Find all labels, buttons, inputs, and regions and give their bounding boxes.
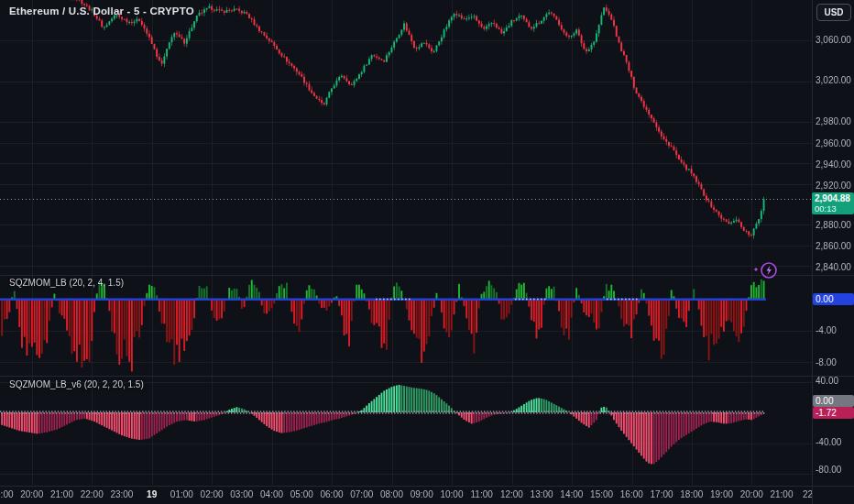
price-axis-label: 2,980.00 [816, 116, 851, 126]
time-axis[interactable]: 19:0020:0021:0022:0023:001901:0002:0003:… [0, 487, 812, 504]
time-axis-label: 21:00 [50, 489, 73, 499]
time-axis-label: 12:00 [500, 489, 523, 499]
price-axis-label: 2,940.00 [816, 159, 851, 170]
time-axis-label: 22:00 [81, 489, 104, 499]
time-axis-label: 05:00 [290, 489, 313, 499]
time-axis-label: 02:00 [201, 489, 224, 499]
indicator1-label[interactable]: SQZMOM_LB (20, 2, 4, 1.5) [9, 278, 124, 288]
time-axis-label: 04:00 [260, 489, 283, 499]
time-axis-label: 08:00 [380, 489, 403, 499]
time-axis-label: 09:00 [411, 489, 433, 499]
time-axis-label: 19:00 [0, 489, 14, 499]
trading-chart-window: Ethereum / U.S. Dollar - 5 - CRYPTO USD … [0, 0, 854, 504]
flash-alert-icon[interactable] [747, 259, 780, 281]
time-axis-label: 17:00 [651, 489, 673, 499]
time-axis-label: 21:00 [770, 489, 793, 499]
price-axis-label: 3,020.00 [816, 75, 851, 85]
price-axis-label: 2,860.00 [816, 241, 851, 251]
indicator2-axis-label: -40.00 [816, 437, 841, 447]
time-axis-label: 19:00 [710, 489, 733, 499]
price-axis-label: 2,960.00 [816, 138, 851, 148]
time-axis-label: 06:00 [321, 489, 344, 499]
indicator2-axis-label: 40.00 [816, 376, 838, 386]
time-axis-label: 16:00 [620, 489, 643, 499]
price-axis-label: 2,920.00 [816, 181, 851, 191]
indicator2-label[interactable]: SQZMOM_LB_v6 (20, 2, 20, 1.5) [9, 379, 144, 389]
time-axis-label: 11:00 [471, 489, 493, 499]
time-axis-date-label: 19 [147, 489, 157, 499]
time-axis-label: 20:00 [20, 489, 43, 499]
time-axis-label: 01:00 [170, 489, 193, 499]
time-axis-label: 13:00 [531, 489, 553, 499]
chart-canvas[interactable] [0, 0, 854, 504]
indicator1-axis-label: -8.00 [816, 357, 837, 367]
price-axis-label: 2,840.00 [816, 262, 851, 272]
time-axis-label: 07:00 [350, 489, 373, 499]
time-axis-label: 15:00 [590, 489, 613, 499]
indicator2-axis-label: -80.00 [816, 465, 841, 475]
time-axis-label: 23:00 [110, 489, 133, 499]
currency-toggle-button[interactable]: USD [816, 4, 851, 21]
time-axis-label: 22:0 [803, 489, 812, 499]
price-axis-label: 2,880.00 [816, 220, 851, 230]
indicator1-axis-label: -4.00 [816, 325, 837, 335]
time-axis-label: 14:00 [560, 489, 583, 499]
time-axis-label: 18:00 [680, 489, 703, 499]
time-axis-label: 03:00 [230, 489, 253, 499]
price-axis-label: 3,060.00 [816, 35, 851, 45]
time-axis-label: 10:00 [440, 489, 463, 499]
time-axis-label: 20:00 [740, 489, 763, 499]
sparkle-icon [754, 268, 758, 271]
